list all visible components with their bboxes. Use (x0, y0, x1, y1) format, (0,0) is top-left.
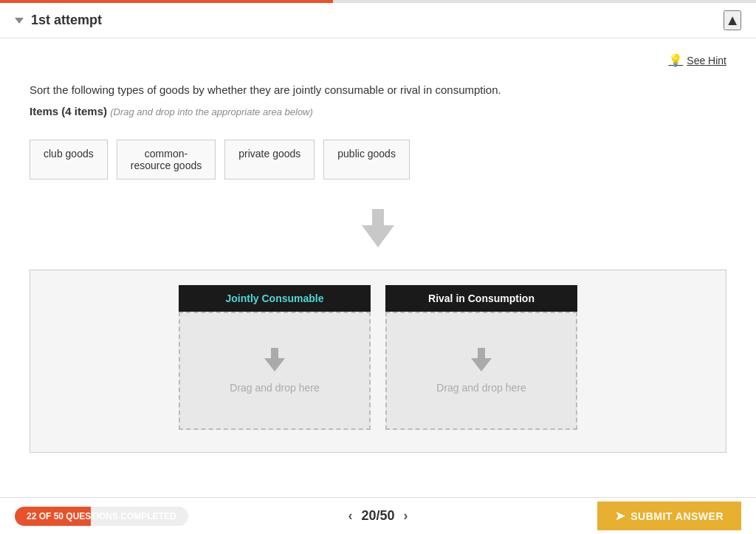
down-arrow-icon (362, 225, 394, 247)
total-pages: 50 (380, 508, 395, 523)
current-page: 20 (361, 508, 376, 523)
drag-hint: (Drag and drop into the appropriate area… (110, 106, 313, 117)
drag-item-private-goods[interactable]: private goods (224, 140, 315, 179)
drop-zone-rival-header: Rival in Consumption (385, 285, 577, 312)
see-hint-button[interactable]: 💡 See Hint (668, 53, 726, 67)
drop-zone-rival-body[interactable]: Drag and drop here (385, 312, 577, 430)
attempt-label: 1st attempt (31, 13, 102, 28)
rival-arrow-container (471, 348, 492, 382)
hint-label: See Hint (687, 55, 726, 66)
arrow-shaft (372, 209, 384, 225)
draggable-items-container: club goods common-resource goods private… (30, 132, 726, 187)
jointly-arrow-container (264, 348, 285, 382)
progress-pill: 22 OF 50 QUESTIONS COMPLETED (15, 507, 188, 526)
progress-bar-top (0, 0, 756, 3)
jointly-drop-text: Drag and drop here (230, 382, 319, 394)
items-label-strong: Items (4 items) (30, 105, 107, 117)
drop-zone-rival-consumption: Rival in Consumption Drag and drop here (385, 285, 577, 430)
drop-zone-jointly-header: Jointly Consumable (179, 285, 371, 312)
drop-zones-row: Jointly Consumable Drag and drop here Ri… (52, 285, 704, 430)
submit-arrow-icon: ➤ (615, 509, 625, 523)
drag-item-club-goods[interactable]: club goods (30, 140, 108, 179)
drop-zones-outer: Jointly Consumable Drag and drop here Ri… (30, 270, 726, 453)
items-label: Items (4 items) (Drag and drop into the … (30, 105, 726, 117)
nav-section: ‹ 20/50 › (348, 508, 408, 524)
next-page-button[interactable]: › (404, 508, 408, 524)
progress-bar-fill (0, 0, 333, 3)
rival-drop-text: Drag and drop here (436, 382, 526, 394)
bottom-bar: 22 OF 50 QUESTIONS COMPLETED ‹ 20/50 › ➤… (0, 497, 756, 534)
question-text: Sort the following types of goods by whe… (30, 82, 726, 99)
collapse-button[interactable]: ▲ (724, 10, 741, 30)
drop-zone-jointly-consumable: Jointly Consumable Drag and drop here (179, 285, 371, 430)
drag-item-common-resource-goods[interactable]: common-resource goods (117, 140, 216, 179)
hint-row: 💡 See Hint (30, 53, 726, 67)
content-area: 💡 See Hint Sort the following types of g… (0, 38, 756, 497)
drop-zone-jointly-body[interactable]: Drag and drop here (179, 312, 371, 430)
hint-icon: 💡 (668, 53, 683, 67)
chevron-down-icon[interactable] (15, 18, 24, 24)
drag-item-public-goods[interactable]: public goods (323, 140, 410, 179)
rival-arrow-icon (471, 358, 492, 372)
attempt-section: 1st attempt (15, 13, 102, 28)
jointly-arrow-icon (264, 358, 285, 372)
down-arrow-container (30, 209, 726, 247)
main-container: 1st attempt ▲ 💡 See Hint Sort the follow… (0, 0, 756, 534)
rival-arrow-shaft (478, 348, 485, 358)
jointly-arrow-shaft (271, 348, 278, 358)
submit-answer-button[interactable]: ➤ SUBMIT ANSWER (597, 502, 741, 530)
prev-page-button[interactable]: ‹ (348, 508, 352, 524)
page-indicator: 20/50 (361, 508, 394, 524)
submit-label: SUBMIT ANSWER (630, 510, 724, 522)
header-row: 1st attempt ▲ (0, 3, 756, 38)
